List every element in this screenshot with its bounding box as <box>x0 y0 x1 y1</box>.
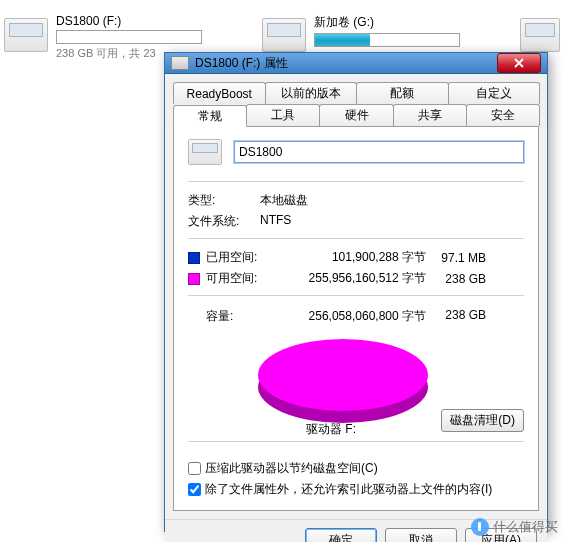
tab-strip: ReadyBoost 以前的版本 配额 自定义 常规 工具 硬件 共享 安全 <box>165 74 547 126</box>
titlebar[interactable]: DS1800 (F:) 属性 <box>165 53 547 74</box>
pie-chart-area: 驱动器 F: 磁盘清理(D) <box>188 335 524 435</box>
properties-dialog: DS1800 (F:) 属性 ReadyBoost 以前的版本 配额 自定义 常… <box>164 52 548 532</box>
hdd-icon <box>262 18 306 52</box>
disk-cleanup-button[interactable]: 磁盘清理(D) <box>441 409 524 432</box>
tab-tools[interactable]: 工具 <box>246 104 320 126</box>
free-hr: 238 GB <box>426 272 486 286</box>
hdd-icon <box>520 18 560 52</box>
compress-checkbox-row[interactable]: 压缩此驱动器以节约磁盘空间(C) <box>188 460 524 477</box>
capacity-hr: 238 GB <box>426 308 486 325</box>
index-label: 除了文件属性外，还允许索引此驱动器上文件的内容(I) <box>205 481 492 498</box>
filesystem-value: NTFS <box>260 213 291 230</box>
pie-chart <box>258 339 428 411</box>
tab-row-front: 常规 工具 硬件 共享 安全 <box>173 104 539 126</box>
close-button[interactable] <box>497 53 541 73</box>
hdd-icon <box>4 18 48 52</box>
watermark: 什么值得买 <box>471 518 558 536</box>
drive-name: DS1800 (F:) <box>56 14 202 28</box>
divider <box>188 441 524 442</box>
close-icon <box>514 58 524 68</box>
watermark-text: 什么值得买 <box>493 518 558 536</box>
drive-name: 新加卷 (G:) <box>314 14 460 31</box>
used-swatch-icon <box>188 252 200 264</box>
cancel-button[interactable]: 取消 <box>385 528 457 542</box>
divider <box>188 295 524 296</box>
drive-label-input[interactable] <box>234 141 524 163</box>
tab-security[interactable]: 安全 <box>466 104 540 126</box>
dialog-title: DS1800 (F:) 属性 <box>195 55 497 72</box>
free-bytes: 255,956,160,512 字节 <box>276 270 426 287</box>
index-checkbox-row[interactable]: 除了文件属性外，还允许索引此驱动器上文件的内容(I) <box>188 481 524 498</box>
tab-previous-versions[interactable]: 以前的版本 <box>265 82 358 104</box>
tab-hardware[interactable]: 硬件 <box>319 104 393 126</box>
watermark-icon <box>471 518 489 536</box>
used-bytes: 101,900,288 字节 <box>276 249 426 266</box>
type-value: 本地磁盘 <box>260 192 308 209</box>
tab-row-back: ReadyBoost 以前的版本 配额 自定义 <box>173 82 539 104</box>
filesystem-label: 文件系统: <box>188 213 260 230</box>
type-label: 类型: <box>188 192 260 209</box>
usage-bar <box>314 33 460 47</box>
compress-checkbox[interactable] <box>188 462 201 475</box>
usage-fill <box>315 34 370 46</box>
divider <box>188 181 524 182</box>
free-label: 可用空间: <box>206 270 276 287</box>
usage-bar <box>56 30 202 44</box>
tab-sharing[interactable]: 共享 <box>393 104 467 126</box>
drive-icon <box>171 56 189 70</box>
tab-general[interactable]: 常规 <box>173 105 247 127</box>
tab-readyboost[interactable]: ReadyBoost <box>173 82 266 104</box>
capacity-label: 容量: <box>188 308 276 325</box>
capacity-bytes: 256,058,060,800 字节 <box>276 308 426 325</box>
divider <box>188 238 524 239</box>
ok-button[interactable]: 确定 <box>305 528 377 542</box>
drive-letter-label: 驱动器 F: <box>306 421 356 438</box>
tab-quota[interactable]: 配额 <box>356 82 449 104</box>
used-hr: 97.1 MB <box>426 251 486 265</box>
tab-customize[interactable]: 自定义 <box>448 82 541 104</box>
compress-label: 压缩此驱动器以节约磁盘空间(C) <box>205 460 378 477</box>
tab-pane-general: 类型:本地磁盘 文件系统:NTFS 已用空间: 101,900,288 字节 9… <box>173 126 539 511</box>
free-swatch-icon <box>188 273 200 285</box>
hdd-icon <box>188 139 222 165</box>
used-label: 已用空间: <box>206 249 276 266</box>
index-checkbox[interactable] <box>188 483 201 496</box>
